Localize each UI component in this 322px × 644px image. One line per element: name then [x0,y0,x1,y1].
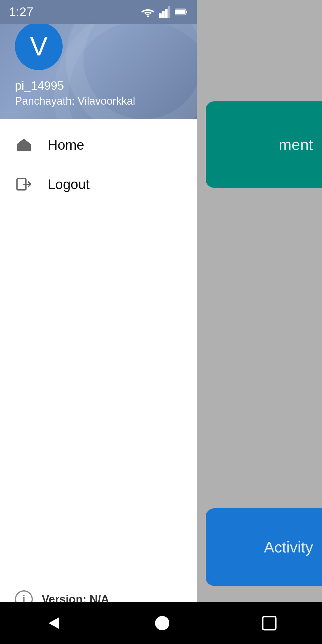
back-button[interactable] [45,614,63,632]
menu-item-home[interactable]: Home [0,125,197,165]
wifi-icon [141,7,154,17]
svg-rect-7 [175,10,185,14]
svg-rect-2 [162,11,165,18]
avatar: V [15,22,63,70]
navigation-drawer: 1:27 V [0,0,197,620]
avatar-letter: V [30,31,48,62]
home-label: Home [48,137,84,153]
recents-button[interactable] [261,615,277,631]
home-icon [15,136,33,154]
svg-rect-13 [263,617,276,630]
svg-rect-4 [168,6,170,18]
svg-rect-3 [165,9,168,18]
android-nav-bar [0,602,322,644]
battery-icon [175,8,188,16]
user-panchayath: Panchayath: Vilavoorkkal [15,95,182,107]
svg-marker-11 [49,617,59,629]
svg-rect-6 [186,11,187,13]
svg-rect-8 [22,147,26,151]
svg-point-0 [147,16,149,17]
blue-activity-card: Activity [206,508,322,586]
home-button[interactable] [153,614,171,632]
blue-card-text: Activity [264,538,313,556]
signal-icon [159,6,170,18]
status-icons [141,6,188,18]
logout-icon [15,175,33,193]
teal-card-text: ment [278,136,313,154]
user-id: pi_14995 [15,79,182,92]
logout-label: Logout [48,176,90,192]
svg-rect-1 [159,13,162,18]
drawer-menu: Home Logout [0,119,197,578]
menu-item-logout[interactable]: Logout [0,165,197,204]
svg-point-12 [155,616,169,630]
status-time: 1:27 [9,5,33,19]
status-bar: 1:27 [0,0,197,24]
teal-card: ment [206,101,322,188]
